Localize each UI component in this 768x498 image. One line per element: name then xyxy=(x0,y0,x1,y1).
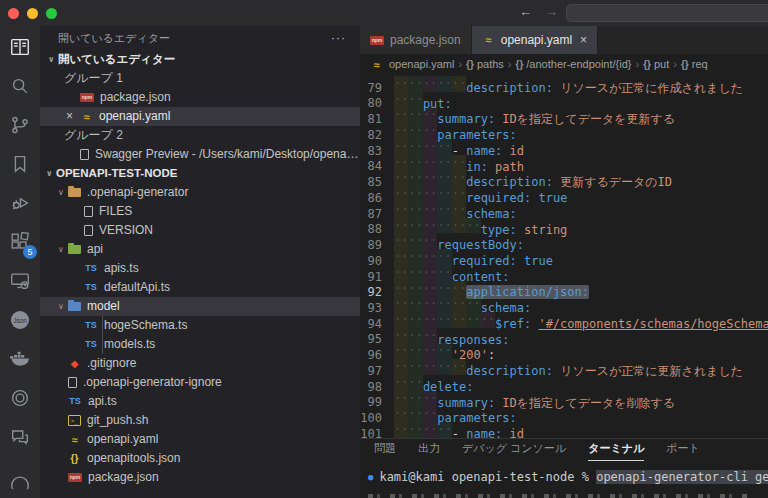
symbol-braces-icon: {} xyxy=(516,59,524,70)
close-editor-icon[interactable]: × xyxy=(66,107,80,126)
code-line[interactable]: 86··········required: true xyxy=(360,186,768,202)
folder-icon xyxy=(68,188,81,197)
search-icon[interactable] xyxy=(7,73,33,99)
tree-item[interactable]: npmpackage.json xyxy=(40,468,360,487)
breadcrumb-item[interactable]: {}req xyxy=(681,58,708,70)
code-line[interactable]: 90········required: true xyxy=(360,249,768,265)
project-root-header[interactable]: ∨OPENAPI-TEST-NODE xyxy=(40,164,360,183)
docker-icon[interactable] xyxy=(7,346,33,372)
source-control-icon[interactable] xyxy=(7,112,33,138)
command-center-search[interactable] xyxy=(566,4,768,22)
explorer-book-icon[interactable] xyxy=(7,34,33,60)
code-line[interactable]: 88············type: string xyxy=(360,218,768,234)
api-folder-icon xyxy=(68,245,81,254)
bottom-panel: 問題出力デバッグ コンソールターミナルポート ●kami@kami openap… xyxy=(360,438,768,498)
ring-tool-icon[interactable] xyxy=(7,385,33,411)
extensions-icon[interactable]: 5 xyxy=(7,229,33,255)
editor-tab[interactable]: npmpackage.json xyxy=(360,26,472,54)
panel-tab[interactable]: 出力 xyxy=(418,441,440,461)
tree-item[interactable]: TSdefaultApi.ts xyxy=(40,278,360,297)
model-folder-icon xyxy=(68,302,81,311)
remote-explorer-icon[interactable] xyxy=(7,268,33,294)
svg-text:Json: Json xyxy=(13,317,27,324)
code-line[interactable]: 97··········description: リソースが正常に更新されました xyxy=(360,359,768,375)
code-line[interactable]: 83········- name: id xyxy=(360,139,768,155)
breadcrumb: ≈openapi.yaml›{}paths›{}/another-endpoin… xyxy=(360,54,768,74)
close-window-button[interactable] xyxy=(8,8,19,19)
minimize-window-button[interactable] xyxy=(27,8,38,19)
tree-item[interactable]: ◆.gitignore xyxy=(40,354,360,373)
typescript-icon: TS xyxy=(84,335,98,354)
title-bar: ← → xyxy=(0,0,768,26)
close-tab-icon[interactable]: × xyxy=(580,33,587,47)
tree-item[interactable]: .openapi-generator-ignore xyxy=(40,373,360,392)
git-icon: ◆ xyxy=(68,354,81,373)
terminal-prompt: kami@kami openapi-test-node % xyxy=(379,470,596,484)
tree-item[interactable]: TSmodels.ts xyxy=(40,335,360,354)
file-icon xyxy=(84,206,93,217)
yaml-icon: ≈ xyxy=(68,435,81,445)
tree-item[interactable]: TSapis.ts xyxy=(40,259,360,278)
code-line[interactable]: 84··········in: path xyxy=(360,155,768,171)
yaml-icon: ≈ xyxy=(80,112,93,122)
code-editor[interactable]: 79··········description: リソースが正常に作成されました… xyxy=(360,74,768,438)
breadcrumb-item[interactable]: ≈openapi.yaml xyxy=(370,58,454,70)
code-line[interactable]: 94··············$ref: '#/components/sche… xyxy=(360,312,768,328)
navigate-back-icon[interactable]: ← xyxy=(519,4,532,19)
tree-item[interactable]: ∨model xyxy=(40,297,360,316)
account-icon-clipped[interactable] xyxy=(7,465,33,491)
panel-tab[interactable]: 問題 xyxy=(374,441,396,461)
tree-item[interactable]: TSapi.ts xyxy=(40,392,360,411)
tree-item[interactable]: ∨api xyxy=(40,240,360,259)
navigate-forward-icon[interactable]: → xyxy=(545,4,558,19)
breadcrumb-item[interactable]: {}put xyxy=(643,58,669,70)
shell-icon: >_ xyxy=(68,415,81,426)
file-icon xyxy=(68,377,77,388)
open-editor-item[interactable]: ×≈openapi.yaml xyxy=(40,107,360,126)
tree-item[interactable]: ≈openapi.yaml xyxy=(40,430,360,449)
breadcrumb-item[interactable]: {}paths xyxy=(466,58,504,70)
tree-item[interactable]: TShogeSchema.ts xyxy=(40,316,360,335)
code-line[interactable]: 101········- name: id xyxy=(360,422,768,438)
panel-tab[interactable]: ポート xyxy=(666,441,700,461)
tree-item[interactable]: >_git_push.sh xyxy=(40,411,360,430)
open-editor-item[interactable]: Swagger Preview - /Users/kami/Desktop/op… xyxy=(40,145,360,164)
maximize-window-button[interactable] xyxy=(46,8,57,19)
panel-tab[interactable]: デバッグ コンソール xyxy=(462,441,566,461)
terminal-command: openapi-generator-cli generate -i ~/D xyxy=(596,470,768,484)
symbol-braces-icon: {} xyxy=(466,59,474,70)
extensions-badge: 5 xyxy=(23,245,37,259)
command-decoration-icon: ● xyxy=(368,472,373,482)
terminal-clipped-line xyxy=(368,494,748,498)
tree-item[interactable]: VERSION xyxy=(40,221,360,240)
npm-icon: npm xyxy=(80,93,94,102)
terminal[interactable]: ●kami@kami openapi-test-node % openapi-g… xyxy=(360,461,768,498)
npm-icon: npm xyxy=(68,473,82,482)
chat-icon[interactable] xyxy=(7,424,33,450)
indent-guide xyxy=(102,335,103,354)
tree-item[interactable]: ∨.openapi-generator xyxy=(40,183,360,202)
activity-bar: 5 Json xyxy=(0,26,40,498)
run-debug-icon[interactable] xyxy=(7,190,33,216)
sidebar-more-actions-icon[interactable]: ··· xyxy=(331,26,346,50)
typescript-icon: TS xyxy=(84,278,98,297)
tree-item[interactable]: FILES xyxy=(40,202,360,221)
code-line[interactable]: 91········content: xyxy=(360,265,768,281)
code-line[interactable]: 96········'200': xyxy=(360,343,768,359)
code-line[interactable]: 85··········description: 更新するデータのID xyxy=(360,170,768,186)
tree-item[interactable]: {}openapitools.json xyxy=(40,449,360,468)
panel-tab-bar: 問題出力デバッグ コンソールターミナルポート xyxy=(360,439,768,461)
explorer-sidebar: 開いているエディター ··· ∨開いているエディターグループ 1npmpacka… xyxy=(40,26,360,498)
code-line[interactable]: 99······summary: IDを指定してデータを削除する xyxy=(360,391,768,407)
code-line[interactable]: 79··········description: リソースが正常に作成されました xyxy=(360,76,768,92)
code-line[interactable]: 81······summary: IDを指定してデータを更新する xyxy=(360,107,768,123)
panel-tab[interactable]: ターミナル xyxy=(588,441,644,461)
breadcrumb-item[interactable]: {}/another-endpoint/{id} xyxy=(516,58,632,70)
bookmarks-icon[interactable] xyxy=(7,151,33,177)
open-editor-item[interactable]: npmpackage.json xyxy=(40,88,360,107)
editor-tab[interactable]: ≈openapi.yaml× xyxy=(472,26,598,54)
code-line[interactable]: 92··········application/json: xyxy=(360,281,768,297)
open-editors-section-header[interactable]: ∨開いているエディター xyxy=(40,50,360,69)
symbol-braces-icon: {} xyxy=(681,59,689,70)
json-tool-icon[interactable]: Json xyxy=(7,307,33,333)
